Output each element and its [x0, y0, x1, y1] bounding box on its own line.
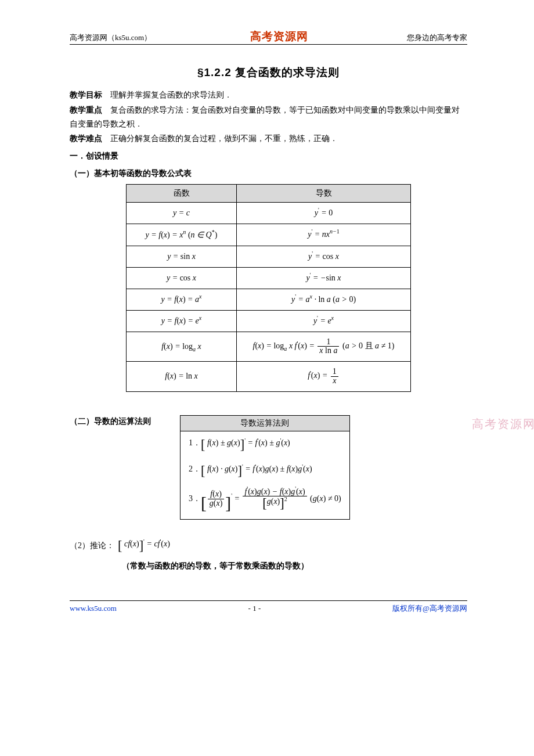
page-header: 高考资源网（ks5u.com） 高考资源网 您身边的高考专家 [70, 29, 467, 45]
corollary-note: （常数与函数的积的导数，等于常数乘函数的导数） [122, 558, 467, 574]
header-left: 高考资源网（ks5u.com） [70, 33, 151, 43]
th-func: 函数 [127, 184, 237, 202]
table-row: 1．[ f(x) ± g(x)]' = f'(x) ± g'(x) [181, 431, 350, 458]
section-1: 一．创设情景 [70, 149, 467, 163]
teaching-goal: 教学目标理解并掌握复合函数的求导法则． [70, 88, 467, 102]
section-1-1: （一）基本初等函数的导数公式表 [70, 167, 467, 181]
teaching-difficulty-text: 正确分解复合函数的复合过程，做到不漏，不重，熟练，正确． [110, 134, 338, 143]
teaching-difficulty-label: 教学难点 [70, 134, 102, 143]
rules-head: 导数运算法则 [181, 415, 350, 431]
table-row: f(x) = ln x f'(x) = 1x [127, 362, 411, 391]
table-row: f(x) = loga x f(x) = loga x f'(x) = 1x l… [127, 332, 411, 361]
footer-url: www.ks5u.com [70, 604, 117, 613]
corollary: （2）推论： [ cf(x)]' = cf'(x) （常数与函数的积的导数，等于… [70, 534, 467, 574]
teaching-keypoint-text: 复合函数的求导方法：复合函数对自变量的导数，等于已知函数对中间变量的导数乘以中间… [70, 106, 460, 128]
watermark: 高考资源网 [472, 416, 534, 432]
teaching-goal-text: 理解并掌握复合函数的求导法则． [110, 91, 232, 99]
table-row: y = f(x) = ex y' = ex [127, 310, 411, 332]
table-row: y = f(x) = ax y' = ax · ln a (a > 0) [127, 289, 411, 310]
page-footer: www.ks5u.com - 1 - 版权所有@高考资源网 [70, 600, 467, 614]
rules-table: 导数运算法则 1．[ f(x) ± g(x)]' = f'(x) ± g'(x)… [180, 415, 350, 520]
header-logo: 高考资源网 [250, 29, 308, 44]
footer-copyright: 版权所有@高考资源网 [392, 603, 467, 614]
table-row: 3．[f(x)g(x)]' = f'(x)g(x) − f(x)g'(x)[g(… [181, 484, 350, 520]
table-row: y = cos x y' = −sin x [127, 267, 411, 289]
table-row: 2．[ f(x) · g(x)]' = f'(x)g(x) ± f(x)g'(x… [181, 458, 350, 484]
corollary-label: （2）推论： [70, 538, 114, 554]
header-right: 您身边的高考专家 [407, 33, 467, 43]
derivative-table: 函数 导数 y = c y' = 0 y = f(x) = xn (n ∈ Q*… [126, 184, 411, 392]
table-row: y = f(x) = xn (n ∈ Q*) y' = nxn−1 [127, 224, 411, 246]
teaching-difficulty: 教学难点正确分解复合函数的复合过程，做到不漏，不重，熟练，正确． [70, 132, 467, 146]
page-title: §1.2.2 复合函数的求导法则 [70, 65, 467, 80]
table-row: y = c y' = 0 [127, 202, 411, 224]
table-row: y = sin x y' = cos x [127, 246, 411, 267]
section-1-2: （二）导数的运算法则 [70, 416, 151, 427]
teaching-keypoint: 教学重点复合函数的求导方法：复合函数对自变量的导数，等于已知函数对中间变量的导数… [70, 103, 467, 131]
teaching-goal-label: 教学目标 [70, 90, 102, 99]
th-deriv: 导数 [237, 184, 411, 202]
footer-page: - 1 - [248, 604, 261, 613]
teaching-keypoint-label: 教学重点 [70, 105, 102, 114]
